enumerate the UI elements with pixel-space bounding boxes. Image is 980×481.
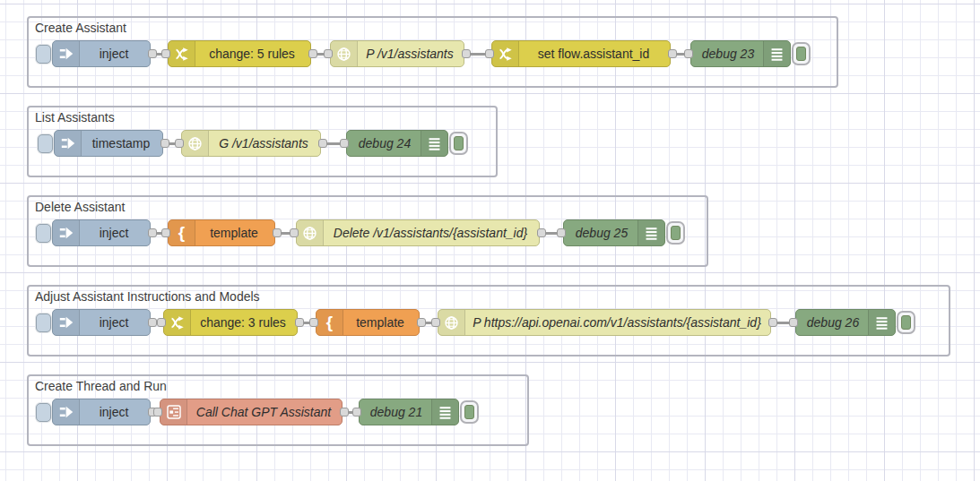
output-port[interactable]	[340, 408, 349, 417]
node-change[interactable]: change: 3 rules	[163, 309, 298, 336]
node-label: inject	[80, 220, 148, 245]
node-label: G /v1/assistants	[209, 131, 318, 156]
node-change[interactable]: change: 5 rules	[168, 40, 311, 67]
node-inject[interactable]: inject	[52, 399, 151, 425]
globe-icon	[438, 310, 465, 335]
node-debug[interactable]: debug 25	[563, 219, 665, 246]
list-icon	[763, 41, 790, 66]
node-label: inject	[80, 399, 148, 425]
node-debug[interactable]: debug 21	[359, 399, 459, 425]
debug-toggle-button[interactable]	[792, 42, 811, 65]
input-port[interactable]	[557, 228, 566, 237]
output-port[interactable]	[318, 139, 327, 148]
inject-arrow-icon	[53, 399, 80, 425]
node-label: P https://api.openai.com/v1/assistants/{…	[465, 310, 768, 335]
globe-icon	[297, 220, 324, 245]
node-template[interactable]: {template	[168, 219, 275, 246]
node-http_request[interactable]: P https://api.openai.com/v1/assistants/{…	[438, 309, 771, 336]
node-label: debug 24	[349, 131, 421, 156]
group-title: List Assistants	[35, 110, 115, 125]
globe-icon	[331, 41, 358, 66]
list-icon	[637, 220, 664, 245]
node-template[interactable]: {template	[316, 309, 420, 336]
node-label: P /v1/assistants	[358, 41, 462, 66]
input-port[interactable]	[161, 49, 170, 58]
debug-toggle-button[interactable]	[666, 221, 685, 245]
input-port[interactable]	[175, 139, 184, 148]
node-change[interactable]: set flow.assistant_id	[491, 40, 671, 67]
input-port[interactable]	[290, 228, 299, 237]
debug-toggle-indicator	[671, 226, 681, 240]
globe-icon	[182, 131, 209, 156]
node-inject[interactable]: inject	[52, 219, 151, 246]
debug-toggle-button[interactable]	[897, 311, 915, 334]
list-icon	[431, 399, 458, 425]
output-port[interactable]	[537, 228, 546, 237]
output-port[interactable]	[148, 228, 157, 237]
inject-button[interactable]	[38, 134, 53, 153]
node-debug[interactable]: debug 24	[346, 130, 448, 157]
group-title: Delete Assistant	[35, 200, 125, 214]
node-inject[interactable]: inject	[52, 40, 151, 67]
debug-toggle-button[interactable]	[460, 400, 479, 424]
output-port[interactable]	[160, 139, 169, 148]
input-port[interactable]	[789, 318, 798, 327]
debug-toggle-button[interactable]	[449, 132, 468, 155]
flow-canvas[interactable]: Create Assistantinjectchange: 5 rulesP /…	[0, 0, 980, 481]
output-port[interactable]	[148, 49, 157, 58]
inject-button[interactable]	[36, 45, 51, 64]
node-label: timestamp	[82, 131, 160, 156]
node-label: debug 23	[693, 41, 763, 66]
node-http_request[interactable]: P /v1/assistants	[330, 40, 464, 67]
debug-toggle-indicator	[464, 405, 474, 419]
node-http_request[interactable]: Delete /v1/assistants/{assistant_id}	[296, 219, 540, 246]
node-label: debug 21	[361, 399, 431, 425]
node-label: inject	[80, 41, 148, 66]
node-label: template	[195, 220, 273, 245]
input-port[interactable]	[340, 139, 349, 148]
debug-toggle-indicator	[454, 136, 464, 150]
node-label: Call Chat GPT Assistant	[187, 399, 340, 425]
node-label: debug 26	[798, 310, 868, 335]
node-debug[interactable]: debug 26	[795, 309, 896, 336]
node-inject[interactable]: timestamp	[54, 130, 163, 157]
debug-toggle-indicator	[796, 47, 806, 61]
node-debug[interactable]: debug 23	[690, 40, 791, 67]
input-port[interactable]	[352, 408, 361, 417]
node-label: set flow.assistant_id	[519, 41, 668, 66]
output-port[interactable]	[295, 318, 304, 327]
inject-button[interactable]	[36, 403, 51, 422]
output-port[interactable]	[668, 49, 677, 58]
input-port[interactable]	[431, 318, 440, 327]
input-port[interactable]	[684, 49, 693, 58]
output-port[interactable]	[148, 318, 157, 327]
debug-toggle-indicator	[901, 315, 911, 330]
group-title: Create Assistant	[35, 21, 126, 35]
node-label: change: 5 rules	[195, 41, 308, 66]
output-port[interactable]	[308, 49, 317, 58]
node-label: debug 25	[566, 220, 637, 245]
node-subflow[interactable]: Call Chat GPT Assistant	[160, 399, 343, 425]
group-title: Adjust Assistant Instructions and Models	[35, 289, 260, 304]
input-port[interactable]	[324, 49, 333, 58]
output-port[interactable]	[462, 49, 471, 58]
list-icon	[421, 131, 447, 156]
input-port[interactable]	[309, 318, 318, 327]
list-icon	[868, 310, 895, 335]
node-label: change: 3 rules	[191, 310, 295, 335]
input-port[interactable]	[153, 408, 162, 417]
node-http_request[interactable]: G /v1/assistants	[181, 130, 321, 157]
group-title: Create Thread and Run	[35, 379, 167, 393]
input-port[interactable]	[485, 49, 494, 58]
node-inject[interactable]: inject	[52, 309, 151, 336]
input-port[interactable]	[161, 228, 170, 237]
output-port[interactable]	[273, 228, 282, 237]
subflow-icon	[160, 399, 187, 425]
inject-button[interactable]	[36, 314, 51, 332]
output-port[interactable]	[417, 318, 426, 327]
output-port[interactable]	[768, 318, 777, 327]
inject-arrow-icon	[53, 41, 80, 66]
input-port[interactable]	[157, 318, 166, 327]
curly-brace-icon: {	[169, 220, 195, 245]
inject-button[interactable]	[36, 224, 51, 243]
